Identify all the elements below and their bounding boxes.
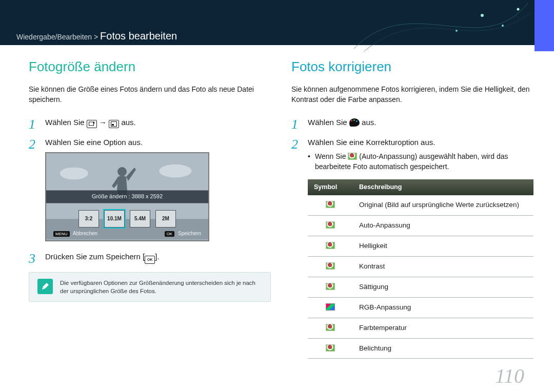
- lcd-size-option[interactable]: 3:2: [78, 210, 99, 228]
- lcd-size-option[interactable]: 2M: [155, 210, 176, 228]
- rgb-icon: [326, 303, 335, 311]
- original-icon: [326, 201, 335, 208]
- breadcrumb: Wiedergabe/Bearbeiten > Fotos bearbeiten: [16, 30, 177, 42]
- auto-adjust-note: Wenn Sie (Auto-Anpassung) ausgewählt hab…: [308, 151, 533, 172]
- svg-rect-6: [112, 124, 114, 126]
- breadcrumb-title: Fotos bearbeiten: [100, 30, 177, 42]
- resize-target-icon: [109, 120, 119, 128]
- auto-adjust-icon: [348, 153, 357, 160]
- correct-intro: Sie können aufgenommene Fotos korrigiere…: [291, 84, 533, 105]
- table-row: Sättigung: [308, 277, 533, 297]
- heading-resize: Fotogröße ändern: [29, 59, 271, 75]
- table-row: RGB-Anpassung: [308, 297, 533, 318]
- svg-point-9: [159, 164, 191, 178]
- exposure-icon: [326, 344, 335, 352]
- th-symbol: Symbol: [308, 179, 353, 195]
- note-text: Die verfügbaren Optionen zur Größenänder…: [60, 279, 262, 295]
- table-row: Kontrast: [308, 256, 533, 277]
- lcd-size-option[interactable]: 5.4M: [130, 210, 150, 228]
- lcd-save[interactable]: OK Speichern: [165, 230, 201, 238]
- note-box: Die verfügbaren Optionen zur Größenänder…: [29, 272, 271, 302]
- th-desc: Beschreibung: [353, 179, 533, 195]
- svg-point-8: [60, 168, 88, 180]
- page-number: 110: [495, 364, 524, 388]
- correct-step-1: Wählen Sie aus.: [291, 116, 533, 128]
- palette-icon: [349, 118, 360, 127]
- resize-step-3: Drücken Sie zum Speichern [OK].: [29, 251, 271, 264]
- resize-intro: Sie können die Größe eines Fotos ändern …: [29, 84, 271, 105]
- lcd-size-option[interactable]: 10.1M: [104, 210, 125, 228]
- table-row: Original (Bild auf ursprüngliche Werte z…: [308, 195, 533, 215]
- table-row: Farbtemperatur: [308, 318, 533, 338]
- color-temp-icon: [326, 324, 335, 331]
- table-row: Belichtung: [308, 338, 533, 359]
- lcd-size-label: Größe ändern : 3888 x 2592: [46, 191, 208, 203]
- breadcrumb-path: Wiedergabe/Bearbeiten >: [16, 33, 98, 41]
- note-pen-icon: [37, 279, 53, 294]
- resize-step-2: Wählen Sie eine Option aus.: [29, 136, 271, 241]
- auto-icon: [326, 221, 335, 229]
- lcd-preview: Größe ändern : 3888 x 2592 3:2 10.1M 5.4…: [45, 152, 209, 241]
- table-row: Helligkeit: [308, 236, 533, 256]
- correct-step-2: Wählen Sie eine Korrekturoption aus. Wen…: [291, 136, 533, 359]
- edit-icon: [87, 120, 97, 128]
- svg-point-11: [117, 167, 127, 176]
- resize-step-1: Wählen Sie → aus.: [29, 116, 271, 128]
- heading-correct: Fotos korrigieren: [291, 59, 533, 75]
- brightness-icon: [326, 242, 335, 249]
- lcd-cancel[interactable]: MENU Abbrechen: [53, 230, 97, 238]
- contrast-icon: [326, 262, 335, 270]
- ok-key-icon: OK: [145, 256, 155, 264]
- table-row: Auto-Anpassung: [308, 215, 533, 236]
- correction-table: Symbol Beschreibung Original (Bild auf u…: [308, 179, 533, 359]
- page-side-tab: [535, 0, 554, 51]
- saturation-icon: [326, 283, 335, 290]
